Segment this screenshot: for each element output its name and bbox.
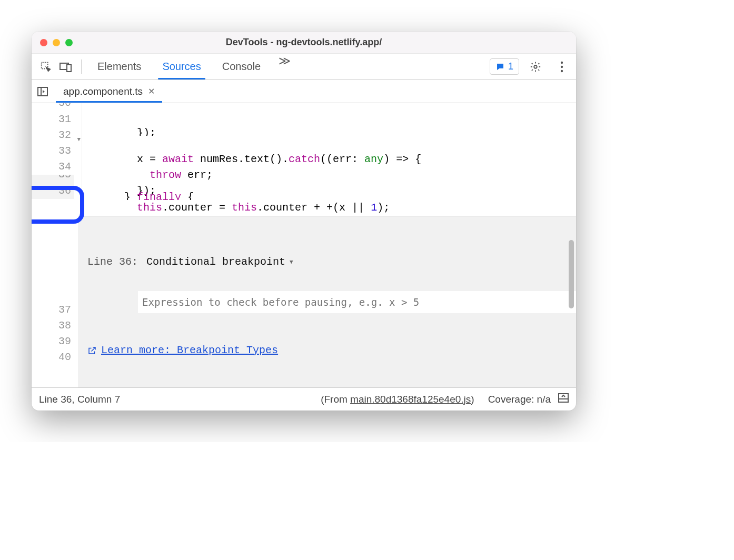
drawer-toggle-icon[interactable] (558, 393, 569, 405)
minimize-window-button[interactable] (53, 39, 60, 46)
cursor-position: Line 36, Column 7 (39, 394, 120, 405)
close-window-button[interactable] (40, 39, 47, 46)
source-map-info: (From main.80d1368fa125e4e0.js) (321, 394, 474, 405)
status-bar: Line 36, Column 7 (From main.80d1368fa12… (32, 387, 576, 411)
svg-point-5 (561, 65, 563, 67)
devtools-window: DevTools - ng-devtools.netlify.app/ Elem… (32, 32, 576, 411)
device-toolbar-icon[interactable] (58, 59, 74, 75)
breakpoint-learn-more-link[interactable]: Learn more: Breakpoint Types (87, 343, 567, 358)
source-map-link[interactable]: main.80d1368fa125e4e0.js (350, 394, 471, 405)
main-toolbar: Elements Sources Console ≫ 1 (32, 54, 576, 80)
issues-badge[interactable]: 1 (490, 58, 519, 75)
breakpoint-line-label: Line 36: (87, 254, 138, 270)
svg-rect-2 (67, 65, 71, 72)
code-area[interactable]: }); x = await numRes.text().catch((err: … (82, 103, 576, 387)
more-tabs-button[interactable]: ≫ (271, 54, 298, 79)
scrollbar-thumb[interactable] (569, 240, 574, 308)
titlebar: DevTools - ng-devtools.netlify.app/ (32, 32, 576, 54)
window-title: DevTools - ng-devtools.netlify.app/ (32, 37, 576, 48)
learn-more-text: Learn more: Breakpoint Types (101, 343, 278, 358)
code-editor[interactable]: 3031323334353637383940 }); x = await num… (32, 103, 576, 387)
line-gutter[interactable]: 3031323334353637383940 (32, 103, 82, 387)
file-tabs-bar: app.component.ts ✕ (32, 80, 576, 103)
breakpoint-type-dropdown[interactable]: Conditional breakpoint (146, 254, 293, 270)
inspect-element-icon[interactable] (38, 59, 54, 75)
svg-point-4 (561, 61, 563, 63)
svg-point-3 (534, 65, 537, 68)
navigator-toggle-icon[interactable] (35, 87, 51, 96)
file-tab-name: app.component.ts (63, 86, 143, 97)
close-tab-icon[interactable]: ✕ (148, 86, 155, 96)
settings-icon[interactable] (528, 59, 543, 75)
file-tab[interactable]: app.component.ts ✕ (56, 81, 162, 102)
svg-point-6 (561, 69, 563, 72)
breakpoint-condition-input[interactable] (138, 291, 576, 313)
window-controls (40, 39, 73, 46)
panel-tabs: Elements Sources Console ≫ (87, 54, 490, 79)
toolbar-divider (81, 59, 82, 74)
maximize-window-button[interactable] (65, 39, 73, 46)
tab-sources[interactable]: Sources (152, 54, 211, 79)
tab-elements[interactable]: Elements (87, 54, 152, 79)
kebab-menu-icon[interactable] (554, 59, 570, 75)
issues-count: 1 (508, 61, 513, 72)
breakpoint-editor-panel: Line 36: Conditional breakpoint Learn mo… (78, 216, 576, 387)
tab-console[interactable]: Console (212, 54, 271, 79)
coverage-info: Coverage: n/a (488, 394, 551, 405)
